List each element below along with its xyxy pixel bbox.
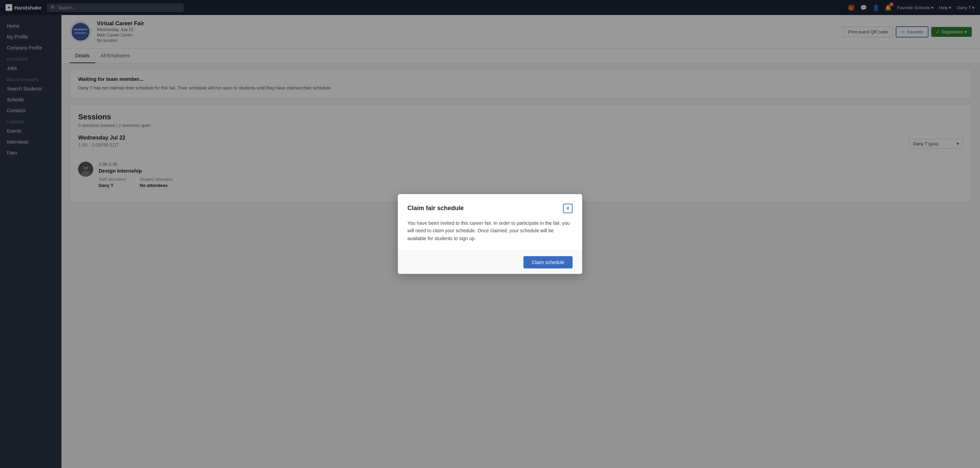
modal-body: You have been invited to this career fai… — [407, 219, 573, 242]
modal-header: Claim fair schedule × — [407, 204, 573, 213]
modal-title: Claim fair schedule — [407, 205, 464, 212]
claim-schedule-modal: Claim fair schedule × You have been invi… — [398, 194, 582, 274]
modal-footer: Claim schedule — [398, 251, 582, 274]
modal-close-button[interactable]: × — [563, 204, 573, 213]
modal-overlay[interactable]: Claim fair schedule × You have been invi… — [0, 0, 980, 468]
claim-schedule-button[interactable]: Claim schedule — [523, 256, 573, 268]
close-icon: × — [566, 205, 569, 211]
